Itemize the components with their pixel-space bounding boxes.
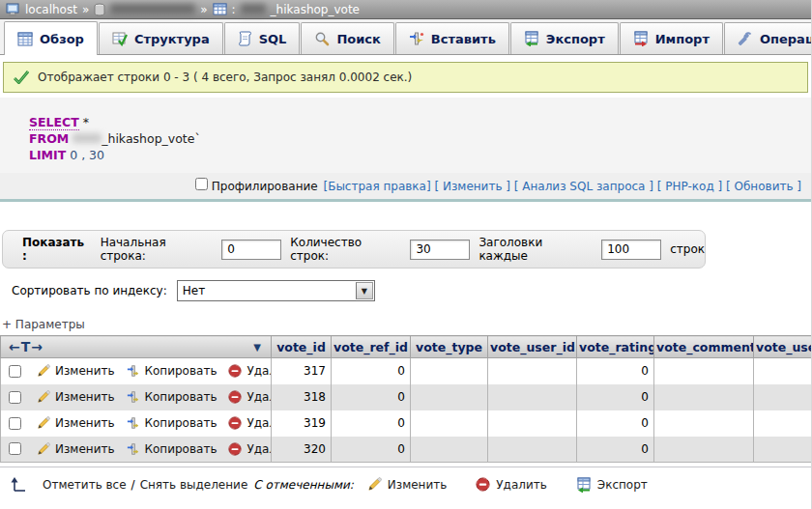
export-icon xyxy=(576,477,592,493)
row-delete-label: Удалить xyxy=(246,442,271,456)
cell-vote-id: 318 xyxy=(272,384,332,410)
footer-slash: / xyxy=(131,478,135,492)
tab-browse[interactable]: Обзор xyxy=(4,21,98,55)
breadcrumb-table-name[interactable]: _hikashop_vote xyxy=(271,3,360,16)
sql-query-text: SELECT * FROM _hikashop_vote` LIMIT 0 , … xyxy=(0,114,811,163)
column-header-vote-id[interactable]: vote_id xyxy=(272,336,332,358)
search-icon xyxy=(314,31,330,46)
structure-icon xyxy=(112,32,128,46)
tab-import[interactable]: Импорт xyxy=(620,22,723,54)
delete-icon xyxy=(476,477,490,492)
cell-vote-user-id xyxy=(488,358,577,384)
row-checkbox[interactable] xyxy=(9,365,21,378)
tab-export[interactable]: Экспорт xyxy=(510,22,619,54)
column-order-icon[interactable]: ←T→ xyxy=(9,339,44,354)
num-rows-input[interactable] xyxy=(410,240,470,260)
tab-structure[interactable]: Структура xyxy=(99,22,223,54)
tab-sql-label: SQL xyxy=(259,32,287,46)
selected-delete-button[interactable]: Удалить xyxy=(476,477,547,492)
row-checkbox[interactable] xyxy=(9,391,21,404)
cell-vote-useful: -1 xyxy=(754,358,812,384)
row-delete-button[interactable]: Удалить xyxy=(228,416,271,430)
row-delete-label: Удалить xyxy=(246,416,271,430)
copy-icon xyxy=(127,364,140,378)
row-copy-button[interactable]: Копировать xyxy=(127,364,218,378)
tab-operations-label: Операции xyxy=(760,32,812,46)
row-delete-label: Удалить xyxy=(246,390,271,404)
show-rows-fieldset: Показать : Начальная строка: Количество … xyxy=(2,230,706,269)
breadcrumb-separator: » xyxy=(200,3,207,16)
row-copy-label: Копировать xyxy=(145,390,218,404)
row-delete-button[interactable]: Удалить xyxy=(228,442,271,456)
column-header-vote-ref-id[interactable]: vote_ref_id xyxy=(332,336,411,358)
header-dropdown-icon[interactable]: ▼ xyxy=(253,342,261,353)
column-nav-header: ←T→ ▼ xyxy=(1,336,272,358)
redacted-table-prefix xyxy=(241,4,266,14)
headers-every-input[interactable] xyxy=(601,240,661,260)
cell-vote-type xyxy=(411,384,488,410)
start-row-input[interactable] xyxy=(221,240,281,260)
tab-structure-label: Структура xyxy=(134,32,210,46)
cell-vote-rating: 0 xyxy=(577,437,654,463)
row-edit-button[interactable]: Изменить xyxy=(37,364,115,378)
uncheck-all-link[interactable]: Снять выделение xyxy=(140,478,248,492)
tab-sql[interactable]: SQL xyxy=(224,22,301,54)
select-arrow-icon[interactable]: ▼ xyxy=(356,282,373,299)
success-check-icon xyxy=(14,71,29,84)
check-all-link[interactable]: Отметить все xyxy=(43,478,127,492)
cell-vote-comment xyxy=(654,358,754,384)
selected-export-button[interactable]: Экспорт xyxy=(576,477,648,493)
cell-vote-rating: 0 xyxy=(577,384,654,410)
column-header-vote-rating[interactable]: vote_rating xyxy=(577,336,654,358)
refresh-link[interactable]: [ Обновить ] xyxy=(726,180,801,193)
row-delete-button[interactable]: Удалить xyxy=(228,390,271,404)
redacted-database-name[interactable] xyxy=(110,4,195,14)
row-delete-label: Удалить xyxy=(246,364,271,378)
insert-icon xyxy=(409,31,424,46)
row-edit-button[interactable]: Изменить xyxy=(37,442,115,456)
selected-edit-button[interactable]: Изменить xyxy=(367,477,448,492)
breadcrumb-server[interactable]: localhost xyxy=(25,3,77,16)
column-header-vote-type[interactable]: vote_type xyxy=(411,336,488,358)
status-message: Отображает строки 0 - 3 ( 4 всего, Запро… xyxy=(3,62,808,93)
with-selected-label: С отмеченными: xyxy=(253,478,354,492)
cell-vote-useful: -1 xyxy=(754,437,812,463)
row-delete-button[interactable]: Удалить xyxy=(228,364,271,378)
row-copy-button[interactable]: Копировать xyxy=(127,416,218,430)
row-checkbox[interactable] xyxy=(9,417,21,430)
footer-actions-bar: Отметить все / Снять выделение С отмечен… xyxy=(0,467,811,493)
column-header-vote-comment[interactable]: vote_comment xyxy=(654,336,754,358)
parameters-toggle[interactable]: + Параметры xyxy=(2,318,811,331)
sql-keyword-select: SELECT xyxy=(29,115,79,130)
cell-vote-type xyxy=(411,437,488,463)
row-copy-button[interactable]: Копировать xyxy=(127,390,218,404)
num-rows-label: Количество строк: xyxy=(290,236,401,263)
inline-edit-link[interactable]: [Быстрая правка] xyxy=(323,180,430,193)
tab-operations[interactable]: Операции xyxy=(724,22,812,54)
cell-vote-comment xyxy=(654,384,754,410)
row-copy-button[interactable]: Копировать xyxy=(127,442,218,456)
tab-search[interactable]: Поиск xyxy=(301,22,393,54)
pencil-icon xyxy=(367,477,382,492)
row-checkbox[interactable] xyxy=(9,442,21,455)
cell-vote-useful: -1 xyxy=(754,410,812,437)
check-all-arrow-icon[interactable] xyxy=(10,476,31,493)
edit-link[interactable]: [ Изменить ] xyxy=(434,180,510,193)
row-edit-button[interactable]: Изменить xyxy=(37,390,115,404)
explain-sql-link[interactable]: [ Анализ SQL запроса ] xyxy=(514,180,653,193)
column-header-vote-user-id[interactable]: vote_user_id xyxy=(488,336,577,358)
profiling-checkbox[interactable] xyxy=(195,178,208,190)
breadcrumb: localhost » » : _hikashop_vote xyxy=(0,0,811,19)
server-icon xyxy=(6,3,20,16)
php-code-link[interactable]: [ PHP-код ] xyxy=(657,180,722,193)
tab-insert[interactable]: Вставить xyxy=(395,22,509,54)
phpmyadmin-window: localhost » » : _hikashop_vote Обзор Стр… xyxy=(0,0,812,509)
row-copy-label: Копировать xyxy=(145,416,218,430)
cell-vote-ref-id: 0 xyxy=(332,384,411,410)
table-row: Изменить Копировать Удалить 317 0 0 -1 xyxy=(1,358,812,384)
cell-vote-useful: -1 xyxy=(754,384,812,410)
sort-by-key-select[interactable]: Нет ▼ xyxy=(177,280,375,301)
row-edit-button[interactable]: Изменить xyxy=(37,416,115,430)
column-header-vote-useful[interactable]: vote_useful xyxy=(754,336,812,358)
profiling-label[interactable]: Профилирование xyxy=(212,180,318,193)
